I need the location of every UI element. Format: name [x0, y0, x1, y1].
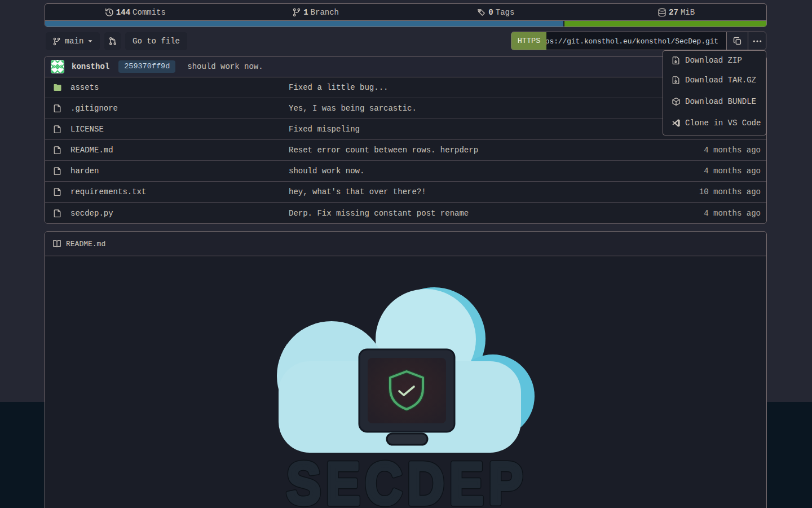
svg-text:SECDEP: SECDEP: [286, 450, 528, 508]
